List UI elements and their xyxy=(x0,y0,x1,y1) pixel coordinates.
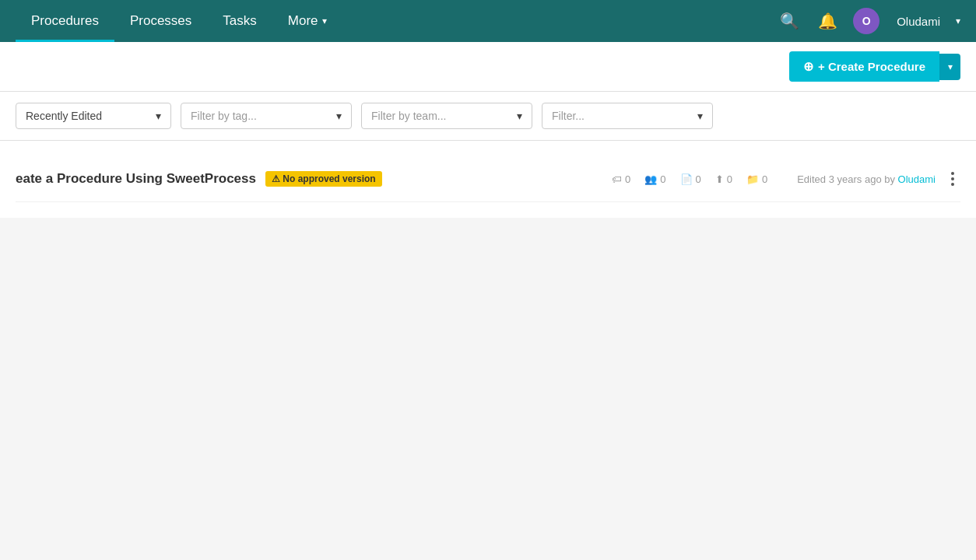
user-name[interactable]: Oludami xyxy=(897,15,940,28)
tag-chevron-icon: ▾ xyxy=(336,110,342,122)
more-chevron-icon: ▾ xyxy=(322,16,327,26)
editor-link[interactable]: Oludami xyxy=(898,173,936,185)
tag-filter-dropdown[interactable]: Filter by tag... ▾ xyxy=(181,103,352,129)
procedure-title[interactable]: eate a Procedure Using SweetProcess xyxy=(16,171,256,187)
general-filter-dropdown[interactable]: Filter... ▾ xyxy=(542,103,713,129)
content-area: eate a Procedure Using SweetProcess ⚠ No… xyxy=(0,141,976,218)
nav-processes[interactable]: Processes xyxy=(114,0,207,42)
filter-chevron-icon: ▾ xyxy=(697,110,703,122)
docs-icon: 📄 xyxy=(680,173,693,185)
sort-chevron-icon: ▾ xyxy=(156,110,161,122)
search-icon: 🔍 xyxy=(780,12,799,30)
tags-count: 🏷 0 xyxy=(612,173,630,185)
nav-more[interactable]: More ▾ xyxy=(272,0,342,42)
folder-icon: 📁 xyxy=(746,173,759,185)
team-chevron-icon: ▾ xyxy=(517,110,522,122)
user-chevron-icon: ▾ xyxy=(956,16,960,26)
steps-icon: ⬆ xyxy=(715,173,724,185)
nav-left: Procedures Processes Tasks More ▾ xyxy=(16,0,777,42)
no-approved-badge: ⚠ No approved version xyxy=(265,171,382,187)
avatar: O xyxy=(853,8,879,34)
nav-tasks[interactable]: Tasks xyxy=(207,0,272,42)
nav-procedures[interactable]: Procedures xyxy=(16,0,114,42)
bell-icon: 🔔 xyxy=(818,12,837,30)
steps-count: ⬆ 0 xyxy=(715,173,732,185)
procedure-row: eate a Procedure Using SweetProcess ⚠ No… xyxy=(16,156,960,202)
create-procedure-button[interactable]: ⊕ + Create Procedure xyxy=(789,51,939,82)
members-icon: 👥 xyxy=(644,173,657,185)
toolbar: ⊕ + Create Procedure ▾ xyxy=(0,42,976,92)
members-count: 👥 0 xyxy=(644,173,665,185)
sort-dropdown[interactable]: Recently Edited ▾ xyxy=(16,103,171,129)
top-navigation: Procedures Processes Tasks More ▾ 🔍 🔔 O … xyxy=(0,0,976,42)
tag-icon: 🏷 xyxy=(612,173,622,185)
plus-icon: ⊕ xyxy=(803,59,813,74)
nav-right: 🔍 🔔 O Oludami ▾ xyxy=(777,8,960,34)
dot2 xyxy=(951,177,954,180)
create-procedure-dropdown-button[interactable]: ▾ xyxy=(939,54,960,80)
notifications-button[interactable]: 🔔 xyxy=(815,9,841,33)
folders-count: 📁 0 xyxy=(746,173,767,185)
filter-bar: Recently Edited ▾ Filter by tag... ▾ Fil… xyxy=(0,92,976,141)
row-more-button[interactable] xyxy=(945,169,960,189)
dropdown-arrow-icon: ▾ xyxy=(948,61,953,72)
team-filter-dropdown[interactable]: Filter by team... ▾ xyxy=(361,103,532,129)
procedure-meta: 🏷 0 👥 0 📄 0 ⬆ 0 📁 0 Edited 3 years ago b… xyxy=(612,173,936,185)
edit-info: Edited 3 years ago by Oludami xyxy=(797,173,936,185)
dot1 xyxy=(951,172,954,175)
docs-count: 📄 0 xyxy=(680,173,701,185)
search-button[interactable]: 🔍 xyxy=(777,9,802,33)
dot3 xyxy=(951,183,954,186)
